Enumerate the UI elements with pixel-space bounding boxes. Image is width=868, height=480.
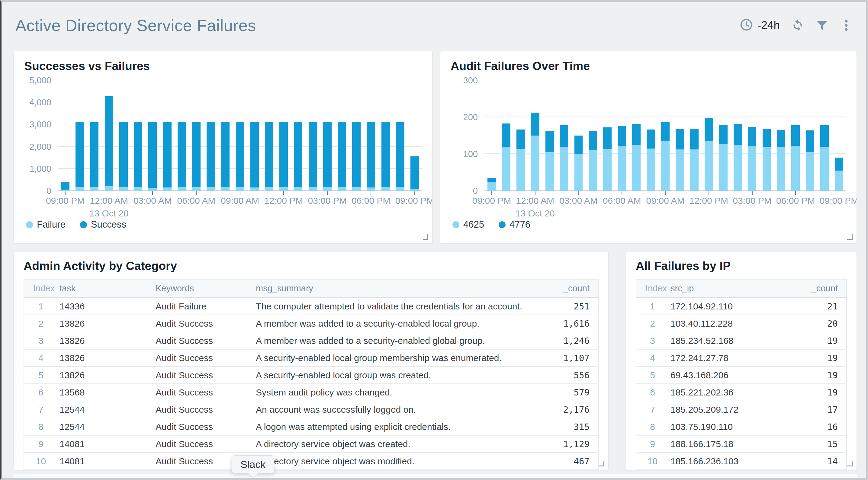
column-header-task[interactable]: task [58,279,154,298]
stacked-bar[interactable] [381,80,390,191]
stacked-bar[interactable] [61,80,69,191]
column-header-index[interactable]: Index [24,279,58,298]
bar-segment-4776[interactable] [676,129,684,150]
bar-segment-failure[interactable] [352,187,361,191]
bar-segment-4776[interactable] [763,129,771,147]
bar-segment-4776[interactable] [603,127,612,149]
bar-segment-4776[interactable] [748,127,756,146]
stacked-bar[interactable] [705,80,713,191]
bar-segment-success[interactable] [367,122,375,188]
bar-segment-4625[interactable] [791,146,800,191]
bar-segment-4625[interactable] [820,147,829,191]
column-header-keywords[interactable]: Keywords [154,279,254,298]
stacked-bar[interactable] [279,80,288,191]
stacked-bar[interactable] [352,80,361,191]
bar-segment-success[interactable] [148,122,157,188]
bar-segment-4776[interactable] [632,124,641,145]
bar-segment-4625[interactable] [719,144,727,191]
bar-segment-4776[interactable] [575,135,583,154]
bar-segment-failure[interactable] [309,187,317,191]
bar-segment-success[interactable] [90,122,99,187]
bar-segment-success[interactable] [178,122,186,187]
bar-segment-4625[interactable] [763,147,771,191]
bar-segment-failure[interactable] [163,188,172,191]
bar-segment-failure[interactable] [236,187,244,191]
stacked-bar[interactable] [719,80,727,191]
legend-item[interactable]: 4776 [499,219,530,230]
stacked-bar[interactable] [221,80,229,191]
stacked-bar[interactable] [560,80,568,191]
bar-segment-4776[interactable] [546,131,554,152]
bar-segment-success[interactable] [410,156,419,189]
stacked-bar[interactable] [502,80,510,191]
stacked-bar[interactable] [820,80,829,191]
bar-segment-4625[interactable] [517,149,525,191]
stacked-bar[interactable] [265,80,273,191]
stacked-bar[interactable] [488,80,496,191]
stacked-bar[interactable] [777,80,785,191]
bar-segment-4625[interactable] [676,150,684,191]
bar-segment-success[interactable] [163,122,172,188]
bar-segment-4776[interactable] [647,129,655,148]
bar-segment-4625[interactable] [502,147,510,191]
bar-segment-4776[interactable] [835,158,843,170]
bar-segment-4625[interactable] [835,170,843,191]
filter-button[interactable] [815,19,829,32]
refresh-button[interactable] [791,19,805,32]
bar-segment-4625[interactable] [647,149,655,191]
bar-segment-success[interactable] [381,122,390,187]
bar-segment-success[interactable] [207,122,215,187]
bar-segment-success[interactable] [221,122,229,187]
stacked-bar[interactable] [531,80,539,191]
bar-segment-success[interactable] [279,122,288,187]
bar-segment-failure[interactable] [265,187,273,191]
stacked-bar[interactable] [163,80,172,191]
bar-segment-failure[interactable] [75,187,84,191]
bar-segment-success[interactable] [323,122,332,187]
bar-segment-4625[interactable] [560,147,568,191]
stacked-bar[interactable] [734,80,742,191]
stacked-bar[interactable] [632,80,641,191]
stacked-bar[interactable] [207,80,215,191]
bar-segment-failure[interactable] [178,187,186,191]
bar-segment-failure[interactable] [396,187,404,191]
bar-segment-success[interactable] [134,122,142,187]
legend-item[interactable]: Success [80,219,126,230]
stacked-bar[interactable] [791,80,800,191]
stacked-bar[interactable] [603,80,612,191]
more-menu-button[interactable] [840,19,853,32]
bar-segment-4625[interactable] [589,150,597,191]
bar-segment-4776[interactable] [560,125,568,147]
legend-item[interactable]: Failure [26,219,65,230]
bar-segment-4625[interactable] [632,145,641,191]
bar-segment-4625[interactable] [661,141,670,191]
bar-segment-4776[interactable] [806,130,814,152]
column-header-index[interactable]: Index [636,279,669,298]
bar-segment-failure[interactable] [323,187,332,191]
bar-segment-4625[interactable] [734,145,742,191]
bar-segment-4776[interactable] [502,124,510,147]
stacked-bar[interactable] [410,80,419,191]
column-header-msg_summary[interactable]: msg_summary [254,279,545,298]
bar-segment-failure[interactable] [279,187,288,191]
bar-segment-success[interactable] [250,122,259,188]
bar-segment-4776[interactable] [734,124,742,145]
bar-segment-failure[interactable] [192,187,200,191]
bar-segment-4776[interactable] [705,118,713,141]
bar-segment-failure[interactable] [294,187,302,191]
bar-segment-4625[interactable] [603,149,612,191]
stacked-bar[interactable] [294,80,302,191]
stacked-bar[interactable] [367,80,375,191]
stacked-bar[interactable] [134,80,142,191]
bar-segment-4776[interactable] [777,130,785,148]
bar-segment-success[interactable] [265,122,273,187]
panel-resize-handle[interactable] [423,234,428,240]
stacked-bar[interactable] [119,80,128,191]
bar-segment-failure[interactable] [250,188,259,191]
bar-segment-success[interactable] [105,96,113,187]
bar-segment-failure[interactable] [119,187,128,191]
stacked-bar[interactable] [748,80,756,191]
bar-segment-success[interactable] [352,122,361,187]
stacked-bar[interactable] [647,80,655,191]
bar-segment-failure[interactable] [105,186,113,191]
